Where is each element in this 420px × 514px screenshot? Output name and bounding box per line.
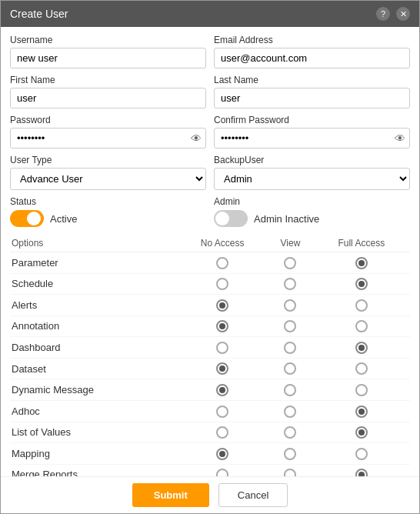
no-access-cell[interactable] [177,337,268,359]
full-access-cell[interactable] [313,422,410,443]
no-access-cell[interactable] [177,464,268,476]
no-access-radio[interactable] [216,448,228,460]
option-name: Dynamic Message [10,379,177,401]
username-input[interactable] [10,48,206,68]
firstname-group: First Name [10,75,206,108]
no-access-radio[interactable] [216,320,228,332]
view-radio[interactable] [284,426,296,439]
no-access-cell[interactable] [177,443,268,465]
no-access-cell[interactable] [177,252,268,274]
view-radio[interactable] [284,406,296,418]
cancel-button[interactable]: Cancel [218,483,288,507]
full-access-cell[interactable] [313,443,410,465]
no-access-cell[interactable] [177,379,268,401]
lastname-label: Last Name [214,75,410,85]
full-access-radio[interactable] [355,320,368,332]
view-cell[interactable] [268,252,312,274]
full-access-radio[interactable] [355,342,368,354]
view-radio[interactable] [284,384,296,396]
table-row: Dashboard [10,337,410,359]
view-radio[interactable] [284,362,296,375]
no-access-radio[interactable] [216,299,228,312]
no-access-cell[interactable] [177,422,268,443]
no-access-cell[interactable] [177,273,268,295]
view-cell[interactable] [268,295,312,316]
full-access-radio[interactable] [355,406,368,418]
view-radio[interactable] [284,257,296,269]
dialog-body: Username Email Address First Name Last N… [1,27,419,476]
view-radio[interactable] [284,469,296,476]
view-cell[interactable] [268,443,312,465]
no-access-cell[interactable] [177,358,268,379]
backupuser-group: BackupUser Admin User1 User2 [214,155,410,190]
full-access-cell[interactable] [313,252,410,274]
full-access-radio[interactable] [355,362,368,375]
full-access-cell[interactable] [313,464,410,476]
table-row: Dynamic Message [10,379,410,401]
table-row: Annotation [10,315,410,337]
confirm-password-input[interactable] [214,128,410,149]
confirm-password-eye-icon[interactable]: 👁 [395,132,405,145]
username-email-row: Username Email Address [10,35,410,68]
close-icon[interactable]: ✕ [396,7,410,21]
admin-label: Admin [214,196,410,207]
password-input[interactable] [10,128,206,149]
view-radio[interactable] [284,448,296,460]
full-access-radio[interactable] [355,257,368,269]
help-icon[interactable]: ? [376,7,390,21]
view-cell[interactable] [268,464,312,476]
view-radio[interactable] [284,278,296,290]
dialog-header: Create User ? ✕ [1,1,419,27]
admin-inactive-label: Admin Inactive [254,213,319,225]
lastname-input[interactable] [214,88,410,108]
email-input[interactable] [214,48,410,68]
password-eye-icon[interactable]: 👁 [191,132,202,145]
email-label: Email Address [214,35,410,45]
view-cell[interactable] [268,315,312,337]
full-access-cell[interactable] [313,337,410,359]
full-access-radio[interactable] [355,448,368,460]
full-access-radio[interactable] [355,469,368,476]
firstname-input[interactable] [10,88,206,108]
view-cell[interactable] [268,358,312,379]
no-access-radio[interactable] [216,406,228,418]
no-access-radio[interactable] [216,257,228,269]
dialog-footer: Submit Cancel [1,476,419,513]
view-radio[interactable] [284,342,296,354]
no-access-radio[interactable] [216,426,228,439]
full-access-radio[interactable] [355,299,368,312]
status-toggle-row: Active [10,210,206,227]
view-radio[interactable] [284,320,296,332]
no-access-radio[interactable] [216,342,228,354]
full-access-cell[interactable] [313,315,410,337]
no-access-cell[interactable] [177,315,268,337]
usertype-label: User Type [10,155,206,165]
full-access-cell[interactable] [313,400,410,422]
view-cell[interactable] [268,422,312,443]
no-access-radio[interactable] [216,384,228,396]
view-cell[interactable] [268,400,312,422]
full-access-radio[interactable] [355,278,368,290]
options-table: Options No Access View Full Access Param… [10,235,410,476]
backupuser-select[interactable]: Admin User1 User2 [214,168,410,190]
no-access-cell[interactable] [177,400,268,422]
view-cell[interactable] [268,273,312,295]
no-access-radio[interactable] [216,469,228,476]
full-access-cell[interactable] [313,358,410,379]
view-cell[interactable] [268,337,312,359]
submit-button[interactable]: Submit [132,483,209,507]
no-access-radio[interactable] [216,362,228,375]
view-radio[interactable] [284,299,296,312]
status-toggle[interactable] [10,210,44,227]
full-access-cell[interactable] [313,379,410,401]
admin-toggle[interactable] [214,210,248,227]
confirm-password-group: Confirm Password 👁 [214,115,410,149]
no-access-cell[interactable] [177,295,268,316]
view-cell[interactable] [268,379,312,401]
full-access-cell[interactable] [313,295,410,316]
full-access-radio[interactable] [355,384,368,396]
full-access-cell[interactable] [313,273,410,295]
no-access-radio[interactable] [216,278,228,290]
usertype-select[interactable]: Advance User Basic User Admin [10,168,206,190]
full-access-radio[interactable] [355,426,368,439]
